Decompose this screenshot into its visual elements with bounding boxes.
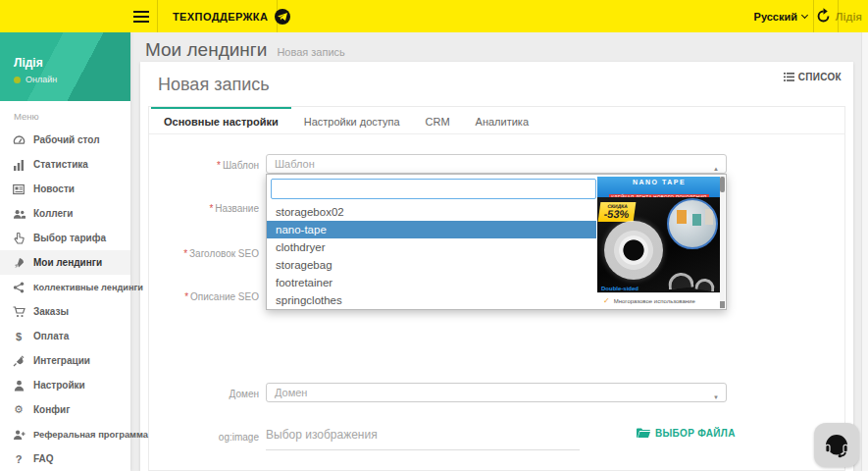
sidebar-item-faq[interactable]: ? FAQ: [0, 446, 130, 471]
preview-ad-header: NANO TAPE КЛЕЙКАЯ ЛЕНТА НОВОГО ПОКОЛЕНИЯ: [597, 177, 721, 197]
sidebar-item-dashboard[interactable]: Рабочий стол: [0, 128, 130, 152]
seo-description-label: *Описание SEO: [153, 291, 259, 302]
preview-feature-row: ✓ Многоразовое использование: [597, 292, 721, 308]
sidebar-item-news[interactable]: Новости: [0, 177, 130, 201]
dropdown-option-selected[interactable]: nano-tape: [267, 221, 596, 238]
breadcrumb: Новая запись: [277, 46, 344, 58]
telegram-icon: [275, 9, 290, 25]
sidebar-menu: Рабочий стол Статистика Новости Коллеги …: [0, 128, 130, 471]
discount-badge: СКИДКА -53%: [598, 202, 636, 222]
menu-toggle-icon[interactable]: [133, 8, 149, 24]
tab-crm[interactable]: CRM: [413, 107, 463, 133]
template-label: *Шаблон: [153, 160, 259, 171]
folder-icon: [637, 428, 650, 439]
online-status-dot: [14, 77, 21, 83]
top-username[interactable]: Лідія: [836, 0, 862, 32]
users-icon: [12, 207, 26, 221]
form-panel: Основные настройки Настройки доступа CRM…: [148, 106, 845, 471]
seo-title-label: *Заголовок SEO: [153, 248, 259, 259]
rocket-icon: [12, 256, 26, 270]
plug-icon: [12, 354, 26, 368]
menu-section-label: Меню: [0, 101, 130, 122]
sidebar-profile: Лідія Онлайн: [0, 32, 130, 101]
dropdown-search-input[interactable]: [271, 179, 596, 199]
chart-icon: [12, 158, 26, 172]
sidebar-item-tariff[interactable]: Выбор тарифа: [0, 226, 130, 250]
online-status-label: Онлайн: [26, 75, 57, 84]
top-bar: ТЕХПОДДЕРЖКА Русский Лідія: [0, 0, 868, 32]
dollar-icon: $: [12, 330, 26, 343]
sidebar-item-colleagues[interactable]: Коллеги: [0, 201, 130, 226]
og-image-input[interactable]: Выбор изображения: [266, 428, 580, 450]
sidebar-item-config[interactable]: ⚙ Конфиг: [0, 397, 130, 422]
template-select[interactable]: Шаблон ▲: [266, 154, 727, 174]
domain-label: Домен: [153, 389, 259, 399]
tab-analytics[interactable]: Аналитика: [463, 107, 541, 133]
tech-support-button[interactable]: ТЕХПОДДЕРЖКА: [173, 0, 290, 32]
sidebar-item-collective-landings[interactable]: Коллективные лендинги: [0, 275, 130, 299]
refresh-icon[interactable]: [815, 8, 832, 25]
question-icon: ?: [12, 452, 26, 466]
preview-caption: Double-sided: [601, 286, 638, 291]
preview-ad-title: NANO TAPE: [597, 179, 721, 185]
page-scrollbar[interactable]: [861, 32, 868, 471]
tabs: Основные настройки Настройки доступа CRM…: [149, 107, 844, 134]
tape-strip: [667, 272, 694, 290]
share-icon: [12, 281, 26, 294]
main-content: Мои лендинги Новая запись Новая запись С…: [130, 32, 868, 471]
tape-strip: [694, 278, 715, 292]
support-chat-button[interactable]: [814, 423, 859, 467]
gears-icon: ⚙: [12, 403, 26, 417]
cart-icon: [12, 305, 26, 319]
sidebar-item-my-landings[interactable]: Мои лендинги: [0, 250, 130, 275]
list-button[interactable]: СПИСОК: [784, 72, 842, 82]
name-label: *Название: [153, 203, 259, 214]
template-preview: NANO TAPE КЛЕЙКАЯ ЛЕНТА НОВОГО ПОКОЛЕНИЯ…: [597, 177, 721, 308]
dashboard-icon: [12, 133, 26, 147]
language-label: Русский: [754, 11, 797, 23]
tab-access-settings[interactable]: Настройки доступа: [291, 107, 413, 133]
tape-roll-image: [604, 221, 663, 280]
dropdown-option[interactable]: clothdryer: [267, 238, 596, 256]
dropdown-options: storagebox02 nano-tape clothdryer storag…: [267, 203, 596, 309]
sidebar-item-settings[interactable]: Настройки: [0, 373, 130, 397]
sidebar: Лідія Онлайн Меню Рабочий стол Статистик…: [0, 32, 130, 471]
dropdown-option[interactable]: storagebox02: [267, 203, 596, 221]
caret-down-icon: ▼: [713, 389, 719, 406]
choose-file-button[interactable]: ВЫБОР ФАЙЛА: [637, 428, 736, 439]
language-selector[interactable]: Русский: [754, 0, 807, 32]
sidebar-item-referral[interactable]: Реферальная программа: [0, 422, 130, 446]
dropdown-option[interactable]: springclothes: [267, 291, 596, 309]
user-plus-icon: [12, 428, 26, 442]
domain-select[interactable]: Домен ▼: [266, 383, 727, 402]
og-image-label: og:image: [153, 432, 259, 443]
card-title: Новая запись: [158, 75, 270, 95]
content-card: Новая запись СПИСОК Основные настройки Н…: [140, 62, 853, 471]
tab-main-settings[interactable]: Основные настройки: [151, 107, 291, 133]
chevron-down-icon: [801, 11, 808, 18]
template-dropdown: storagebox02 nano-tape clothdryer storag…: [266, 174, 727, 310]
sidebar-username: Лідія: [14, 56, 130, 70]
dropdown-option[interactable]: footretainer: [267, 274, 596, 291]
dropdown-option[interactable]: storagebag: [267, 256, 596, 274]
preview-ad-body: СКИДКА -53% Double-sided: [597, 197, 721, 292]
tech-support-label: ТЕХПОДДЕРЖКА: [173, 11, 268, 23]
sidebar-item-statistics[interactable]: Статистика: [0, 152, 130, 177]
sidebar-item-payment[interactable]: $ Оплата: [0, 324, 130, 348]
list-icon: [784, 73, 794, 81]
page-title: Мои лендинги: [145, 39, 267, 61]
user-icon: [12, 379, 26, 392]
headset-icon: [822, 431, 851, 460]
hand-pointer-icon: [12, 232, 26, 245]
sidebar-item-orders[interactable]: Заказы: [0, 299, 130, 324]
news-icon: [12, 183, 26, 196]
check-icon: ✓: [603, 296, 610, 305]
sidebar-item-integrations[interactable]: Интеграции: [0, 348, 130, 373]
preview-inset-photo: [667, 198, 718, 249]
dropdown-scrollbar[interactable]: [720, 176, 725, 309]
